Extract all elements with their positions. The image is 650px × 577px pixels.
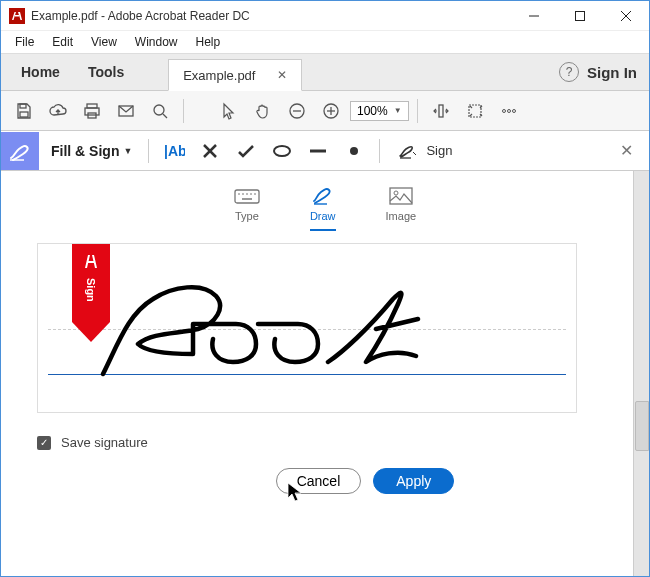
add-text-icon[interactable]: |Ab (159, 136, 189, 166)
save-icon[interactable] (9, 96, 39, 126)
fill-sign-title-label: Fill & Sign (51, 143, 119, 159)
zoom-in-icon[interactable] (316, 96, 346, 126)
svg-rect-5 (20, 104, 26, 108)
menu-file[interactable]: File (7, 33, 42, 51)
zoom-value-label: 100% (357, 104, 388, 118)
dot-icon[interactable] (339, 136, 369, 166)
save-signature-row: ✓ Save signature (37, 435, 613, 450)
cloud-icon[interactable] (43, 96, 73, 126)
sign-here-label: Sign (85, 278, 97, 302)
fit-page-icon[interactable] (460, 96, 490, 126)
right-panel-handle[interactable] (635, 401, 649, 451)
svg-rect-39 (390, 188, 412, 204)
close-panel-button[interactable]: ✕ (611, 136, 641, 166)
dialog-buttons: Cancel Apply (117, 468, 613, 494)
svg-point-29 (350, 147, 358, 155)
svg-rect-18 (439, 105, 443, 117)
acrobat-logo-icon (81, 252, 101, 272)
cancel-button[interactable]: Cancel (276, 468, 362, 494)
svg-rect-31 (235, 190, 259, 203)
method-draw-label: Draw (310, 210, 336, 222)
apply-button[interactable]: Apply (373, 468, 454, 494)
circle-icon[interactable] (267, 136, 297, 166)
help-icon[interactable]: ? (559, 62, 579, 82)
x-mark-icon[interactable] (195, 136, 225, 166)
sign-button-label: Sign (426, 143, 452, 158)
signature-drawing (98, 274, 468, 384)
chevron-down-icon: ▼ (394, 106, 402, 115)
method-draw[interactable]: Draw (304, 183, 342, 233)
save-signature-checkbox[interactable]: ✓ (37, 436, 51, 450)
pen-icon (398, 142, 420, 160)
svg-rect-6 (20, 112, 28, 117)
svg-point-21 (507, 109, 510, 112)
svg-point-22 (512, 109, 515, 112)
print-icon[interactable] (77, 96, 107, 126)
menu-help[interactable]: Help (188, 33, 229, 51)
svg-rect-8 (85, 108, 99, 115)
more-icon[interactable] (494, 96, 524, 126)
close-window-button[interactable] (603, 1, 649, 31)
chevron-down-icon: ▼ (123, 146, 132, 156)
draw-icon (311, 185, 335, 207)
selection-icon[interactable] (214, 96, 244, 126)
method-image[interactable]: Image (380, 183, 423, 233)
tab-document-label: Example.pdf (183, 68, 255, 83)
tab-home[interactable]: Home (7, 54, 74, 90)
zoom-value[interactable]: 100%▼ (350, 101, 409, 121)
save-signature-label: Save signature (61, 435, 148, 450)
svg-point-20 (502, 109, 505, 112)
search-icon[interactable] (145, 96, 175, 126)
pan-icon[interactable] (248, 96, 278, 126)
fill-sign-badge-icon (1, 132, 39, 170)
tab-tools-label: Tools (88, 64, 124, 80)
method-type-label: Type (235, 210, 259, 222)
fill-sign-dropdown[interactable]: Fill & Sign ▼ (45, 143, 138, 159)
email-icon[interactable] (111, 96, 141, 126)
maximize-button[interactable] (557, 1, 603, 31)
title-bar: Example.pdf - Adobe Acrobat Reader DC (1, 1, 649, 31)
svg-point-27 (274, 146, 290, 156)
checkmark-icon[interactable] (231, 136, 261, 166)
fill-sign-toolbar: Fill & Sign ▼ |Ab Sign ✕ (1, 131, 649, 171)
sign-in-button[interactable]: Sign In (587, 64, 637, 81)
line-icon[interactable] (303, 136, 333, 166)
menu-window[interactable]: Window (127, 33, 186, 51)
content-area: Type Draw Image Sign (1, 171, 649, 576)
image-icon (389, 185, 413, 207)
tab-document[interactable]: Example.pdf ✕ (168, 59, 302, 91)
svg-point-11 (154, 105, 164, 115)
svg-line-12 (163, 114, 167, 118)
svg-text:|Ab: |Ab (164, 143, 185, 159)
tab-tools[interactable]: Tools (74, 54, 138, 90)
method-type[interactable]: Type (228, 183, 266, 233)
zoom-out-icon[interactable] (282, 96, 312, 126)
method-image-label: Image (386, 210, 417, 222)
svg-point-40 (394, 191, 398, 195)
tab-close-icon[interactable]: ✕ (277, 68, 287, 82)
app-icon (9, 8, 25, 24)
menu-bar: File Edit View Window Help (1, 31, 649, 53)
tab-home-label: Home (21, 64, 60, 80)
signature-canvas[interactable]: Sign (37, 243, 577, 413)
signature-method-tabs: Type Draw Image (37, 183, 613, 233)
main-toolbar: 100%▼ (1, 91, 649, 131)
menu-edit[interactable]: Edit (44, 33, 81, 51)
right-scrollbar[interactable] (633, 171, 649, 576)
sign-button[interactable]: Sign (390, 142, 460, 160)
fit-width-icon[interactable] (426, 96, 456, 126)
keyboard-icon (234, 185, 260, 207)
window-title: Example.pdf - Adobe Acrobat Reader DC (31, 9, 250, 23)
minimize-button[interactable] (511, 1, 557, 31)
svg-rect-2 (576, 11, 585, 20)
menu-view[interactable]: View (83, 33, 125, 51)
tabs-row: Home Tools Example.pdf ✕ ? Sign In (1, 53, 649, 91)
